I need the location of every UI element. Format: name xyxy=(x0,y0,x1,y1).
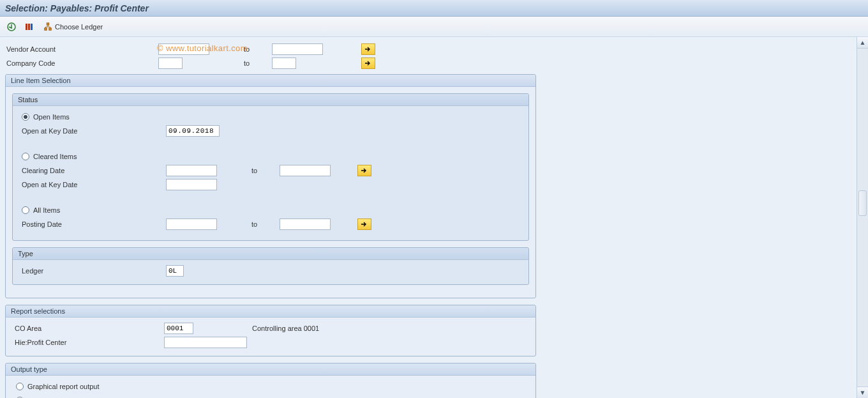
output-type-header: Output type xyxy=(6,364,535,376)
svg-rect-3 xyxy=(31,24,33,30)
report-selections-group: Report selections CO Area Controlling ar… xyxy=(5,305,536,356)
open-key-date-label: Open at Key Date xyxy=(17,127,166,135)
company-to-label: to xyxy=(244,59,263,67)
type-header: Type xyxy=(13,248,528,260)
posting-to-label: to xyxy=(251,220,271,228)
content-area: Vendor Account to Company Code to Line xyxy=(0,37,857,398)
line-item-selection-group: Line Item Selection Status Open Items xyxy=(5,74,536,298)
vendor-to-label: to xyxy=(244,45,263,53)
posting-date-label: Posting Date xyxy=(17,220,166,228)
company-code-multi-button[interactable] xyxy=(361,57,375,69)
clearing-date-to[interactable] xyxy=(280,165,331,176)
scroll-thumb[interactable] xyxy=(858,190,867,216)
graphical-output-label: Graphical report output xyxy=(27,383,100,390)
company-code-row: Company Code to xyxy=(3,56,854,70)
cleared-items-radio[interactable] xyxy=(22,153,29,160)
arrow-right-icon xyxy=(361,221,368,227)
choose-ledger-label: Choose Ledger xyxy=(55,23,103,31)
hierarchy-icon xyxy=(43,22,52,31)
posting-date-multi-button[interactable] xyxy=(357,218,371,230)
vendor-account-to[interactable] xyxy=(272,43,323,55)
open-key-date2-label: Open at Key Date xyxy=(17,181,166,188)
clearing-date-label: Clearing Date xyxy=(17,167,166,174)
clearing-date-from[interactable] xyxy=(166,165,217,176)
output-type-group: Output type Graphical report output Clas… xyxy=(5,363,536,398)
all-items-radio[interactable] xyxy=(22,206,29,214)
svg-rect-4 xyxy=(47,22,49,25)
status-header: Status xyxy=(13,94,528,106)
hie-profit-center-label: Hie:Profit Center xyxy=(11,339,164,346)
page-title: Selection: Payables: Profit Center xyxy=(5,3,149,13)
title-bar: Selection: Payables: Profit Center xyxy=(0,0,868,17)
svg-rect-5 xyxy=(45,27,47,30)
svg-rect-2 xyxy=(28,24,30,30)
cleared-items-label: Cleared Items xyxy=(33,153,77,160)
execute-button[interactable] xyxy=(4,20,19,34)
scroll-up-button[interactable]: ▲ xyxy=(857,37,868,49)
graphical-output-radio[interactable] xyxy=(16,383,24,390)
clearing-to-label: to xyxy=(251,167,271,174)
ledger-input[interactable] xyxy=(166,265,184,277)
co-area-desc: Controlling area 0001 xyxy=(252,325,319,332)
scroll-track[interactable] xyxy=(857,49,868,387)
clearing-date-multi-button[interactable] xyxy=(357,165,371,176)
hie-profit-center-input[interactable] xyxy=(164,337,247,348)
open-items-radio[interactable] xyxy=(22,113,29,121)
choose-ledger-button[interactable]: Choose Ledger xyxy=(40,20,107,34)
report-selections-header: Report selections xyxy=(6,305,535,318)
co-area-label: CO Area xyxy=(11,325,164,332)
status-group: Status Open Items Open at Key Date xyxy=(12,93,529,241)
arrow-right-icon xyxy=(364,46,372,52)
scroll-down-button[interactable]: ▼ xyxy=(857,387,868,398)
vertical-scrollbar[interactable]: ▲ ▼ xyxy=(857,37,868,398)
posting-date-from[interactable] xyxy=(166,218,217,230)
type-group: Type Ledger xyxy=(12,247,529,285)
company-code-to[interactable] xyxy=(272,57,296,69)
company-code-from[interactable] xyxy=(158,57,183,69)
vendor-account-row: Vendor Account to xyxy=(3,42,854,56)
all-items-label: All Items xyxy=(33,206,60,214)
open-items-label: Open Items xyxy=(33,113,70,121)
vendor-account-label: Vendor Account xyxy=(3,45,158,53)
line-item-selection-header: Line Item Selection xyxy=(6,75,535,87)
posting-date-to[interactable] xyxy=(280,218,331,230)
data-source-button[interactable] xyxy=(22,20,37,34)
vendor-account-multi-button[interactable] xyxy=(361,43,375,55)
company-code-label: Company Code xyxy=(3,59,158,67)
vendor-account-from[interactable] xyxy=(158,43,209,55)
svg-rect-1 xyxy=(26,24,27,30)
open-key-date-input[interactable] xyxy=(166,125,220,137)
svg-rect-6 xyxy=(49,27,52,30)
toolbar: Choose Ledger © www.tutorialkart.com xyxy=(0,17,868,37)
arrow-right-icon xyxy=(361,167,368,174)
open-key-date2-input[interactable] xyxy=(166,179,217,190)
arrow-right-icon xyxy=(364,60,372,66)
ledger-label: Ledger xyxy=(17,267,166,275)
co-area-input[interactable] xyxy=(164,323,193,334)
